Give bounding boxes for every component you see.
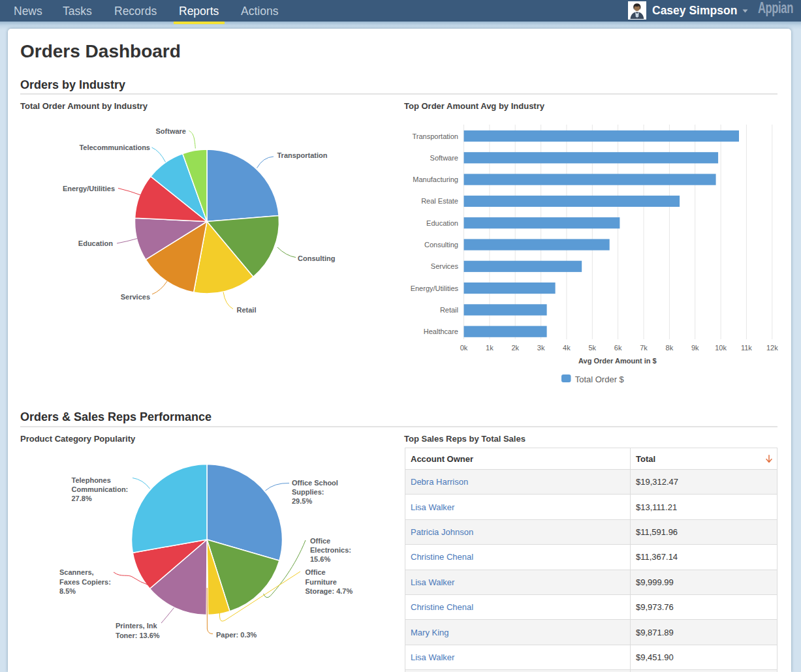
svg-text:Real Estate: Real Estate: [421, 197, 458, 205]
svg-text:Toner: 13.6%: Toner: 13.6%: [116, 632, 160, 639]
svg-text:7k: 7k: [640, 344, 648, 352]
svg-text:Faxes Copiers:: Faxes Copiers:: [59, 578, 111, 586]
svg-text:Avg Order Amount in $: Avg Order Amount in $: [578, 357, 657, 365]
svg-text:Transportation: Transportation: [412, 132, 458, 140]
svg-text:Office: Office: [306, 568, 326, 576]
svg-text:Transportation: Transportation: [277, 151, 328, 159]
svg-text:Supplies:: Supplies:: [292, 488, 324, 496]
svg-text:6k: 6k: [614, 344, 622, 352]
svg-text:2k: 2k: [511, 344, 519, 352]
svg-text:Manufacturing: Manufacturing: [413, 176, 458, 183]
svg-text:Office School: Office School: [292, 479, 338, 487]
svg-text:4k: 4k: [563, 344, 571, 352]
svg-text:Paper: 0.3%: Paper: 0.3%: [216, 631, 257, 639]
svg-text:Furniture: Furniture: [306, 578, 337, 586]
svg-text:Communication:: Communication:: [72, 485, 129, 493]
svg-text:5k: 5k: [588, 344, 596, 352]
svg-text:Office: Office: [310, 537, 330, 545]
svg-text:10k: 10k: [715, 344, 727, 352]
svg-text:Software: Software: [156, 127, 186, 135]
svg-text:Electronics:: Electronics:: [310, 546, 351, 554]
svg-text:27.8%: 27.8%: [72, 495, 92, 502]
svg-text:3k: 3k: [537, 344, 545, 352]
svg-text:Energy/Utilities: Energy/Utilities: [411, 284, 459, 292]
svg-text:Healthcare: Healthcare: [424, 328, 458, 335]
svg-text:Scanners,: Scanners,: [59, 568, 94, 576]
svg-text:Services: Services: [121, 293, 150, 301]
svg-text:12k: 12k: [766, 344, 778, 352]
svg-text:Services: Services: [431, 262, 459, 270]
svg-text:Retail: Retail: [237, 306, 257, 314]
svg-text:1k: 1k: [486, 344, 494, 352]
svg-text:Storage: 4.7%: Storage: 4.7%: [306, 587, 353, 595]
svg-text:Telecommunications: Telecommunications: [79, 144, 150, 151]
svg-text:Education: Education: [426, 219, 458, 227]
svg-text:15.6%: 15.6%: [310, 555, 330, 563]
svg-text:8.5%: 8.5%: [59, 587, 76, 595]
svg-text:Software: Software: [430, 154, 458, 162]
svg-text:Printers, Ink: Printers, Ink: [116, 622, 157, 630]
svg-text:8k: 8k: [666, 344, 674, 352]
svg-text:0k: 0k: [460, 344, 468, 352]
svg-text:Consulting: Consulting: [298, 254, 335, 262]
svg-text:Retail: Retail: [440, 306, 458, 314]
svg-text:11k: 11k: [741, 344, 752, 352]
svg-text:29.5%: 29.5%: [292, 497, 312, 505]
svg-text:Consulting: Consulting: [424, 241, 458, 249]
svg-text:9k: 9k: [691, 344, 699, 352]
svg-text:Education: Education: [78, 239, 113, 247]
svg-text:Total Order $: Total Order $: [575, 374, 625, 384]
svg-text:Energy/Utilities: Energy/Utilities: [63, 185, 115, 192]
svg-text:Telephones: Telephones: [72, 476, 111, 484]
